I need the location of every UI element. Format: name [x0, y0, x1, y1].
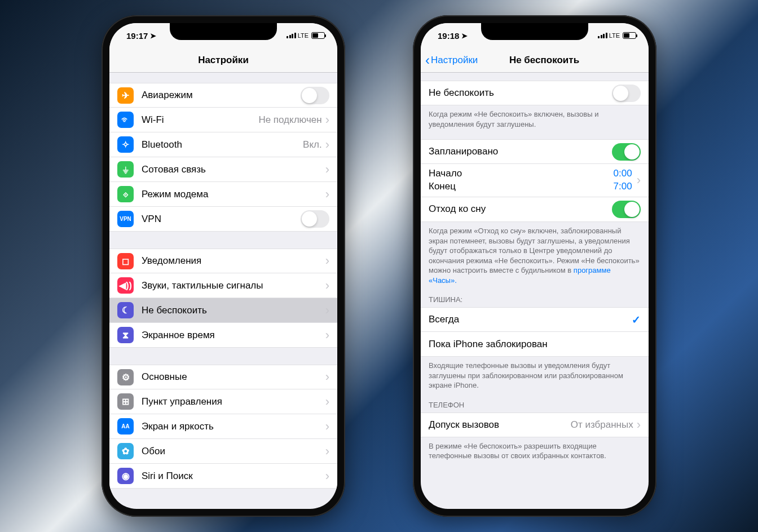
time-row[interactable]: Начало0:00 Конец7:00 › [421, 164, 649, 197]
dnd-label: Не беспокоить [429, 87, 612, 99]
cell-label: Siri и Поиск [142, 471, 325, 482]
bedtime-row[interactable]: Отход ко сну [421, 197, 649, 222]
moon-icon: ☾ [117, 302, 134, 318]
chevron-right-icon: › [325, 444, 329, 459]
chevron-right-icon: › [325, 370, 329, 384]
location-icon: ➤ [150, 32, 156, 40]
toggle[interactable] [301, 210, 329, 228]
settings-row-пункт-управления[interactable]: ⊞Пункт управления› [109, 389, 337, 414]
allow-detail: От избранных [571, 419, 633, 431]
chevron-right-icon: › [325, 254, 329, 268]
settings-row-авиарежим[interactable]: ✈Авиарежим [109, 83, 337, 108]
chevron-right-icon: › [637, 173, 641, 188]
navbar: Настройки [109, 48, 337, 73]
cell-label: VPN [142, 214, 301, 225]
settings-row-vpn[interactable]: VPNVPN [109, 207, 337, 232]
settings-row-экран-и-яркость[interactable]: AAЭкран и яркость› [109, 414, 337, 439]
cell-label: Экранное время [142, 330, 325, 341]
cell-label: Режим модема [142, 189, 325, 200]
allow-label: Допуск вызовов [429, 419, 571, 431]
from-value: 0:00 [614, 167, 632, 180]
chevron-right-icon: › [325, 469, 329, 484]
cell-label: Звуки, тактильные сигналы [142, 280, 325, 291]
settings-row-сотовая-связь[interactable]: ⏚Сотовая связь› [109, 157, 337, 182]
settings-row-bluetooth[interactable]: ✧BluetoothВкл.› [109, 132, 337, 157]
dnd-content[interactable]: Не беспокоить Когда режим «Не беспокоить… [421, 73, 649, 509]
toggle[interactable] [301, 87, 329, 104]
settings-row-не-беспокоить[interactable]: ☾Не беспокоить› [109, 298, 337, 323]
signal-icon [598, 33, 607, 38]
chevron-left-icon: ‹ [425, 52, 430, 68]
notch [170, 23, 277, 40]
bedtime-label: Отход ко сну [429, 203, 612, 215]
phone-header: ТЕЛЕФОН [421, 393, 649, 413]
to-label: Конец [429, 180, 456, 193]
scheduled-label: Запланировано [429, 146, 612, 157]
status-time: 19:17 [126, 31, 148, 41]
settings-row-экранное-время[interactable]: ⧗Экранное время› [109, 323, 337, 348]
location-icon: ➤ [461, 32, 468, 40]
bluetooth-icon: ✧ [117, 136, 134, 153]
phone-left: 19:17➤ LTE Настройки ✈АвиарежимᯤWi-FiНе … [102, 15, 345, 517]
phone-right: 19:18➤ LTE ‹Настройки Не беспокоить Не б… [413, 15, 656, 517]
chevron-right-icon: › [325, 303, 329, 318]
silence-always-row[interactable]: Всегда ✓ [421, 307, 649, 332]
dnd-toggle[interactable] [612, 85, 641, 102]
navbar: ‹Настройки Не беспокоить [421, 48, 649, 73]
cell-detail: Не подключен [258, 114, 321, 126]
carrier-label: LTE [298, 32, 309, 39]
allow-calls-row[interactable]: Допуск вызовов От избранных › [421, 413, 649, 437]
settings-row-обои[interactable]: ✿Обои› [109, 439, 337, 464]
allow-footer: В режиме «Не беспокоить» разрешить входя… [421, 437, 649, 472]
silence-locked-label: Пока iPhone заблокирован [429, 339, 641, 350]
settings-row-звуки-тактильные-сигналы[interactable]: ◀))Звуки, тактильные сигналы› [109, 273, 337, 298]
signal-icon [287, 33, 296, 38]
airplane-icon: ✈ [117, 87, 134, 104]
chevron-right-icon: › [325, 394, 329, 409]
cell-label: Не беспокоить [142, 305, 325, 316]
scheduled-toggle[interactable] [612, 143, 641, 161]
page-title: Настройки [198, 55, 249, 66]
sliders-icon: ⊞ [117, 393, 134, 410]
dnd-footer: Когда режим «Не беспокоить» включен, выз… [421, 105, 649, 131]
chevron-right-icon: › [325, 328, 329, 343]
cell-label: Экран и яркость [142, 421, 325, 432]
chevron-right-icon: › [325, 278, 329, 293]
cell-label: Основные [142, 371, 325, 383]
bedtime-toggle[interactable] [612, 201, 641, 218]
cell-label: Wi-Fi [142, 114, 258, 126]
speaker-icon: ◀)) [117, 277, 134, 294]
to-value: 7:00 [614, 180, 632, 193]
antenna-icon: ⏚ [117, 161, 134, 178]
cell-detail: Вкл. [303, 139, 322, 150]
cell-label: Авиарежим [142, 90, 301, 101]
cell-label: Пункт управления [142, 396, 325, 407]
settings-row-siri-и-поиск[interactable]: ◉Siri и Поиск› [109, 464, 337, 489]
scheduled-row[interactable]: Запланировано [421, 139, 649, 164]
chevron-right-icon: › [325, 419, 329, 434]
from-label: Начало [429, 167, 462, 180]
flower-icon: ✿ [117, 443, 134, 459]
chevron-right-icon: › [637, 418, 641, 432]
chevron-right-icon: › [325, 138, 329, 152]
settings-row-основные[interactable]: ⚙Основные› [109, 365, 337, 389]
vpn-icon: VPN [117, 211, 134, 227]
settings-row-уведомления[interactable]: ◻Уведомления› [109, 249, 337, 273]
cell-label: Обои [142, 446, 325, 457]
aa-icon: AA [117, 418, 134, 435]
notch [481, 23, 588, 40]
carrier-label: LTE [609, 32, 620, 39]
battery-icon [623, 32, 636, 39]
settings-row-wi-fi[interactable]: ᯤWi-FiНе подключен› [109, 108, 337, 132]
settings-list[interactable]: ✈АвиарежимᯤWi-FiНе подключен›✧BluetoothВ… [109, 73, 337, 509]
settings-row-режим-модема[interactable]: ⟐Режим модема› [109, 182, 337, 207]
dnd-toggle-row[interactable]: Не беспокоить [421, 81, 649, 105]
silence-locked-row[interactable]: Пока iPhone заблокирован [421, 332, 649, 357]
page-title: Не беспокоить [509, 55, 579, 66]
chevron-right-icon: › [325, 162, 329, 177]
status-time: 19:18 [438, 31, 459, 41]
checkmark-icon: ✓ [632, 313, 641, 326]
cell-label: Сотовая связь [142, 164, 325, 175]
silence-always-label: Всегда [429, 314, 632, 325]
back-button[interactable]: ‹Настройки [425, 52, 478, 68]
